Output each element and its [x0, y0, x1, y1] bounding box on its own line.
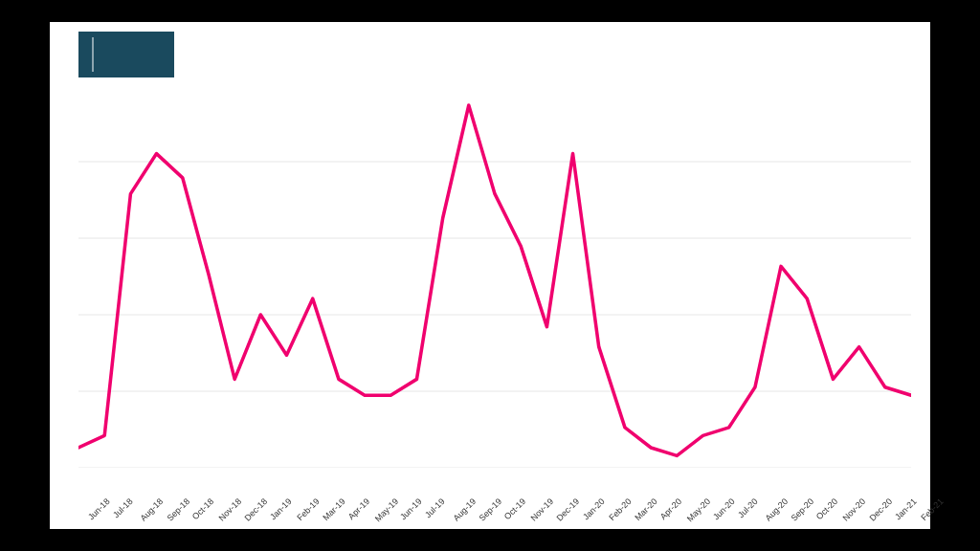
x-label: Nov-18: [216, 496, 243, 523]
x-label: Feb-19: [295, 496, 321, 522]
x-label: Dec-19: [555, 496, 582, 523]
x-label: May-19: [373, 496, 400, 523]
x-label: Jul-19: [424, 496, 447, 519]
x-label: Feb-21: [919, 496, 945, 522]
x-label: Sep-18: [165, 496, 191, 523]
x-label: Aug-20: [763, 496, 790, 523]
x-label: Apr-19: [346, 496, 371, 521]
title-block: [174, 32, 911, 35]
x-label: Mar-20: [633, 496, 658, 522]
x-label: Dec-20: [867, 496, 894, 523]
x-label: Feb-20: [607, 496, 633, 522]
x-label: Oct-18: [190, 496, 215, 521]
line-chart: [78, 85, 911, 468]
x-label: Oct-19: [502, 496, 527, 521]
x-label: Aug-19: [451, 496, 478, 523]
x-label: Nov-20: [841, 496, 868, 523]
logo: [78, 32, 174, 77]
x-label: Jul-20: [736, 496, 759, 519]
x-label: Jan-21: [893, 496, 919, 522]
x-label: Oct-20: [814, 496, 839, 521]
chart-container: Jun-18Jul-18Aug-18Sep-18Oct-18Nov-18Dec-…: [50, 22, 930, 529]
x-label: Jun-19: [398, 496, 424, 522]
x-label: Nov-19: [529, 496, 556, 523]
chart-area: Jun-18Jul-18Aug-18Sep-18Oct-18Nov-18Dec-…: [78, 85, 911, 468]
x-label: Jun-18: [86, 496, 112, 522]
x-label: May-20: [685, 496, 712, 523]
x-label: Sep-19: [477, 496, 503, 523]
x-label: Jan-20: [581, 496, 607, 522]
x-label: Apr-20: [658, 496, 683, 521]
x-label: Jan-19: [268, 496, 294, 522]
x-label: Dec-18: [243, 496, 270, 523]
logo-divider: [92, 37, 94, 72]
x-label: Jul-18: [111, 496, 134, 519]
x-label: Sep-20: [790, 496, 816, 523]
x-label: Aug-18: [139, 496, 166, 523]
x-label: Jun-20: [711, 496, 737, 522]
header: [78, 32, 911, 77]
x-label: Mar-19: [321, 496, 346, 522]
